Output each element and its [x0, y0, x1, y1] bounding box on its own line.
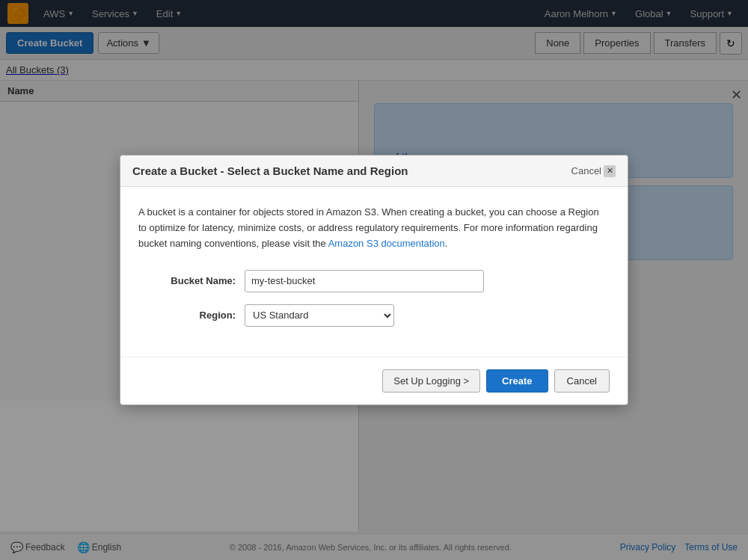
bucket-name-input[interactable] — [245, 270, 484, 292]
modal-cancel-link[interactable]: Cancel ✕ — [571, 165, 616, 177]
create-button[interactable]: Create — [486, 369, 548, 393]
setup-logging-button[interactable]: Set Up Logging > — [382, 369, 480, 393]
bucket-name-row: Bucket Name: — [138, 270, 610, 292]
bucket-name-label: Bucket Name: — [138, 275, 236, 286]
region-row: Region: US Standard US West (Oregon) US … — [138, 304, 610, 327]
modal-footer: Set Up Logging > Create Cancel — [120, 357, 628, 404]
modal-overlay: Create a Bucket - Select a Bucket Name a… — [0, 0, 748, 560]
modal-header: Create a Bucket - Select a Bucket Name a… — [120, 156, 628, 187]
modal-description: A bucket is a container for objects stor… — [138, 205, 610, 251]
cancel-button[interactable]: Cancel — [554, 369, 610, 393]
modal: Create a Bucket - Select a Bucket Name a… — [120, 155, 628, 404]
region-select[interactable]: US Standard US West (Oregon) US West (N.… — [245, 304, 394, 327]
modal-close-button[interactable]: ✕ — [604, 165, 616, 177]
modal-body: A bucket is a container for objects stor… — [120, 187, 628, 356]
modal-title: Create a Bucket - Select a Bucket Name a… — [132, 164, 408, 177]
region-label: Region: — [138, 310, 236, 321]
s3-docs-link[interactable]: Amazon S3 documentation — [328, 238, 445, 249]
